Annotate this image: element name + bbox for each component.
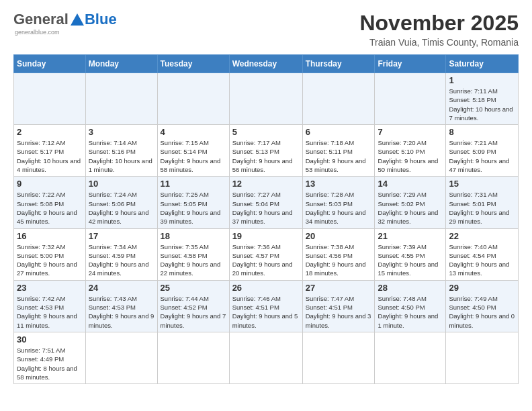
logo-blue: Blue bbox=[85, 11, 117, 28]
day-number: 23 bbox=[17, 283, 83, 293]
day-info: Sunrise: 7:28 AM Sunset: 5:03 PM Dayligh… bbox=[306, 190, 372, 226]
day-info: Sunrise: 7:12 AM Sunset: 5:17 PM Dayligh… bbox=[17, 138, 83, 174]
day-number: 11 bbox=[161, 179, 226, 189]
day-number: 24 bbox=[89, 283, 154, 293]
day-number: 4 bbox=[161, 127, 226, 137]
weekday-header-saturday: Saturday bbox=[446, 55, 519, 73]
day-info: Sunrise: 7:42 AM Sunset: 4:53 PM Dayligh… bbox=[17, 294, 83, 330]
calendar-cell: 11Sunrise: 7:25 AM Sunset: 5:05 PM Dayli… bbox=[157, 177, 229, 228]
day-number: 3 bbox=[89, 127, 154, 137]
day-info: Sunrise: 7:44 AM Sunset: 4:52 PM Dayligh… bbox=[161, 294, 226, 330]
calendar-cell bbox=[375, 73, 446, 125]
calendar-cell: 13Sunrise: 7:28 AM Sunset: 5:03 PM Dayli… bbox=[302, 177, 375, 228]
day-number: 12 bbox=[232, 179, 300, 189]
calendar-week-row: 1Sunrise: 7:11 AM Sunset: 5:18 PM Daylig… bbox=[14, 73, 519, 125]
calendar-cell bbox=[302, 73, 375, 125]
day-number: 1 bbox=[449, 75, 515, 85]
day-number: 30 bbox=[17, 334, 83, 345]
calendar-cell: 15Sunrise: 7:31 AM Sunset: 5:01 PM Dayli… bbox=[446, 177, 519, 228]
day-number: 7 bbox=[378, 127, 443, 137]
calendar-cell: 22Sunrise: 7:40 AM Sunset: 4:54 PM Dayli… bbox=[446, 228, 519, 280]
weekday-header-thursday: Thursday bbox=[302, 55, 375, 73]
day-info: Sunrise: 7:14 AM Sunset: 5:16 PM Dayligh… bbox=[89, 138, 154, 174]
calendar-week-row: 9Sunrise: 7:22 AM Sunset: 5:08 PM Daylig… bbox=[14, 177, 519, 228]
day-info: Sunrise: 7:39 AM Sunset: 4:55 PM Dayligh… bbox=[378, 242, 443, 278]
calendar-week-row: 30Sunrise: 7:51 AM Sunset: 4:49 PM Dayli… bbox=[14, 332, 519, 383]
calendar-cell bbox=[446, 332, 519, 383]
day-info: Sunrise: 7:48 AM Sunset: 4:50 PM Dayligh… bbox=[378, 294, 443, 330]
weekday-header-row: SundayMondayTuesdayWednesdayThursdayFrid… bbox=[14, 55, 519, 73]
calendar-cell: 30Sunrise: 7:51 AM Sunset: 4:49 PM Dayli… bbox=[14, 332, 86, 383]
day-number: 20 bbox=[306, 231, 372, 241]
calendar-cell: 19Sunrise: 7:36 AM Sunset: 4:57 PM Dayli… bbox=[229, 228, 302, 280]
weekday-header-sunday: Sunday bbox=[14, 55, 86, 73]
calendar-cell: 17Sunrise: 7:34 AM Sunset: 4:59 PM Dayli… bbox=[85, 228, 157, 280]
logo-subtitle: generalblue.com bbox=[15, 29, 60, 36]
calendar-cell: 12Sunrise: 7:27 AM Sunset: 5:04 PM Dayli… bbox=[229, 177, 302, 228]
logo-triangle-icon bbox=[71, 13, 84, 26]
day-info: Sunrise: 7:32 AM Sunset: 5:00 PM Dayligh… bbox=[17, 242, 83, 278]
calendar-cell: 21Sunrise: 7:39 AM Sunset: 4:55 PM Dayli… bbox=[375, 228, 446, 280]
logo: General Blue generalblue.com bbox=[13, 11, 117, 36]
day-info: Sunrise: 7:17 AM Sunset: 5:13 PM Dayligh… bbox=[232, 138, 300, 174]
logo-general: General bbox=[13, 11, 69, 28]
day-info: Sunrise: 7:18 AM Sunset: 5:11 PM Dayligh… bbox=[306, 138, 372, 174]
day-info: Sunrise: 7:15 AM Sunset: 5:14 PM Dayligh… bbox=[161, 138, 226, 174]
day-info: Sunrise: 7:47 AM Sunset: 4:51 PM Dayligh… bbox=[306, 294, 372, 330]
calendar-cell: 6Sunrise: 7:18 AM Sunset: 5:11 PM Daylig… bbox=[302, 125, 375, 177]
day-info: Sunrise: 7:36 AM Sunset: 4:57 PM Dayligh… bbox=[232, 242, 300, 278]
calendar-cell bbox=[302, 332, 375, 383]
day-info: Sunrise: 7:21 AM Sunset: 5:09 PM Dayligh… bbox=[449, 138, 515, 174]
weekday-header-monday: Monday bbox=[85, 55, 157, 73]
day-info: Sunrise: 7:46 AM Sunset: 4:51 PM Dayligh… bbox=[232, 294, 300, 330]
calendar-cell: 14Sunrise: 7:29 AM Sunset: 5:02 PM Dayli… bbox=[375, 177, 446, 228]
calendar-week-row: 16Sunrise: 7:32 AM Sunset: 5:00 PM Dayli… bbox=[14, 228, 519, 280]
day-number: 22 bbox=[449, 231, 515, 241]
calendar-cell: 16Sunrise: 7:32 AM Sunset: 5:00 PM Dayli… bbox=[14, 228, 86, 280]
day-number: 14 bbox=[378, 179, 443, 189]
day-number: 2 bbox=[17, 127, 83, 137]
day-info: Sunrise: 7:20 AM Sunset: 5:10 PM Dayligh… bbox=[378, 138, 443, 174]
calendar-cell: 26Sunrise: 7:46 AM Sunset: 4:51 PM Dayli… bbox=[229, 280, 302, 332]
day-number: 9 bbox=[17, 179, 83, 189]
calendar-week-row: 2Sunrise: 7:12 AM Sunset: 5:17 PM Daylig… bbox=[14, 125, 519, 177]
calendar-cell: 10Sunrise: 7:24 AM Sunset: 5:06 PM Dayli… bbox=[85, 177, 157, 228]
calendar-cell: 25Sunrise: 7:44 AM Sunset: 4:52 PM Dayli… bbox=[157, 280, 229, 332]
day-info: Sunrise: 7:25 AM Sunset: 5:05 PM Dayligh… bbox=[161, 190, 226, 226]
weekday-header-tuesday: Tuesday bbox=[157, 55, 229, 73]
calendar-subtitle: Traian Vuia, Timis County, Romania bbox=[359, 37, 519, 48]
day-info: Sunrise: 7:22 AM Sunset: 5:08 PM Dayligh… bbox=[17, 190, 83, 226]
day-number: 29 bbox=[449, 283, 515, 293]
day-number: 18 bbox=[161, 231, 226, 241]
logo-text: General Blue bbox=[13, 11, 117, 28]
day-number: 27 bbox=[306, 283, 372, 293]
day-info: Sunrise: 7:29 AM Sunset: 5:02 PM Dayligh… bbox=[378, 190, 443, 226]
day-info: Sunrise: 7:34 AM Sunset: 4:59 PM Dayligh… bbox=[89, 242, 154, 278]
calendar-cell: 23Sunrise: 7:42 AM Sunset: 4:53 PM Dayli… bbox=[14, 280, 86, 332]
day-number: 5 bbox=[232, 127, 300, 137]
calendar-page: General Blue generalblue.com November 20… bbox=[0, 0, 532, 395]
calendar-cell bbox=[375, 332, 446, 383]
day-info: Sunrise: 7:31 AM Sunset: 5:01 PM Dayligh… bbox=[449, 190, 515, 226]
day-number: 6 bbox=[306, 127, 372, 137]
calendar-cell bbox=[157, 332, 229, 383]
calendar-title: November 2025 bbox=[359, 11, 519, 36]
calendar-cell bbox=[85, 73, 157, 125]
calendar-cell: 9Sunrise: 7:22 AM Sunset: 5:08 PM Daylig… bbox=[14, 177, 86, 228]
calendar-cell: 2Sunrise: 7:12 AM Sunset: 5:17 PM Daylig… bbox=[14, 125, 86, 177]
calendar-cell bbox=[14, 73, 86, 125]
weekday-header-friday: Friday bbox=[375, 55, 446, 73]
day-number: 19 bbox=[232, 231, 300, 241]
calendar-cell bbox=[157, 73, 229, 125]
calendar-week-row: 23Sunrise: 7:42 AM Sunset: 4:53 PM Dayli… bbox=[14, 280, 519, 332]
day-info: Sunrise: 7:24 AM Sunset: 5:06 PM Dayligh… bbox=[89, 190, 154, 226]
weekday-header-wednesday: Wednesday bbox=[229, 55, 302, 73]
day-number: 8 bbox=[449, 127, 515, 137]
day-info: Sunrise: 7:49 AM Sunset: 4:50 PM Dayligh… bbox=[449, 294, 515, 330]
title-area: November 2025 Traian Vuia, Timis County,… bbox=[359, 11, 519, 48]
calendar-cell: 7Sunrise: 7:20 AM Sunset: 5:10 PM Daylig… bbox=[375, 125, 446, 177]
calendar-cell: 3Sunrise: 7:14 AM Sunset: 5:16 PM Daylig… bbox=[85, 125, 157, 177]
calendar-cell: 28Sunrise: 7:48 AM Sunset: 4:50 PM Dayli… bbox=[375, 280, 446, 332]
calendar-table: SundayMondayTuesdayWednesdayThursdayFrid… bbox=[13, 54, 519, 384]
day-number: 13 bbox=[306, 179, 372, 189]
